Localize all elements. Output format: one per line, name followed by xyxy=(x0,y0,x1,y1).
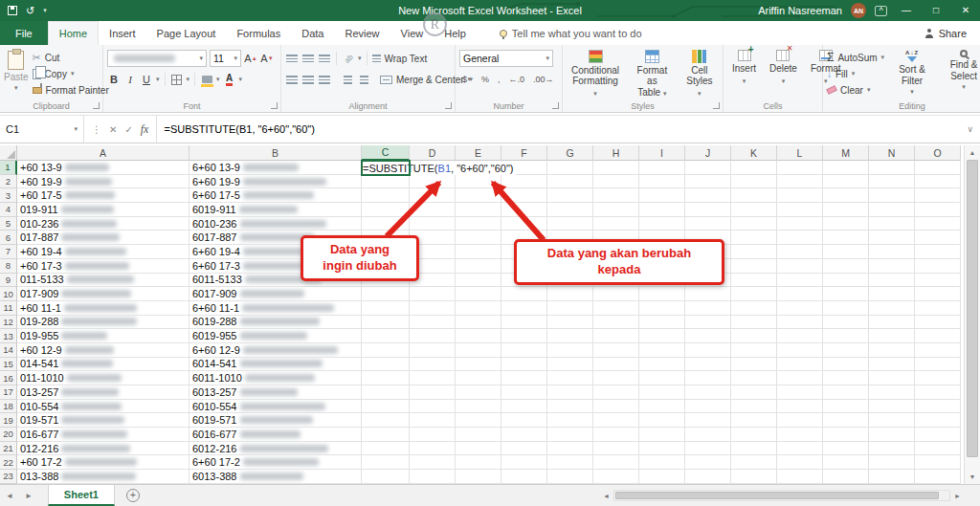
cell-A17[interactable]: 013-257 xyxy=(17,385,189,400)
underline-button[interactable]: U xyxy=(140,72,153,87)
cell-I11[interactable] xyxy=(639,301,685,316)
cell-J18[interactable] xyxy=(685,400,731,414)
cell-A7[interactable]: +60 19-4 xyxy=(17,245,189,259)
cell-K22[interactable] xyxy=(731,455,777,470)
bottom-align-button[interactable] xyxy=(318,51,331,66)
cell-A22[interactable]: +60 17-2 xyxy=(17,455,189,470)
cell-I1[interactable] xyxy=(639,161,685,175)
cell-J2[interactable] xyxy=(685,175,731,189)
cell-O9[interactable] xyxy=(915,274,961,288)
cell-M6[interactable] xyxy=(823,231,869,245)
cell-G10[interactable] xyxy=(547,287,593,301)
cell-N2[interactable] xyxy=(869,175,915,189)
cell-N6[interactable] xyxy=(869,231,915,245)
cell-O11[interactable] xyxy=(915,301,961,316)
cell-K23[interactable] xyxy=(731,470,777,484)
cell-E3[interactable] xyxy=(456,188,501,203)
cell-K14[interactable] xyxy=(731,343,777,358)
cell-I5[interactable] xyxy=(639,217,685,231)
cell-M2[interactable] xyxy=(823,175,869,189)
copy-button[interactable]: Copy ▾ xyxy=(33,66,109,81)
column-header-L[interactable]: L xyxy=(777,145,823,161)
sheet-tab-sheet1[interactable]: Sheet1 xyxy=(48,485,115,506)
cell-N9[interactable] xyxy=(869,274,915,288)
decrease-font-size-button[interactable]: A▼ xyxy=(260,51,274,66)
active-cell-formula[interactable]: =SUBSTITUTE(B1, "6+60","60") xyxy=(363,162,516,175)
cell-L8[interactable] xyxy=(777,259,823,274)
center-button[interactable] xyxy=(301,72,315,87)
conditional-formatting-button[interactable]: ConditionalFormatting ▾ xyxy=(567,48,624,99)
cell-K9[interactable] xyxy=(731,274,777,288)
column-header-E[interactable]: E xyxy=(456,145,501,161)
cell-O14[interactable] xyxy=(915,343,961,358)
cell-I12[interactable] xyxy=(639,316,685,330)
sheet-nav-left-icon[interactable]: ◄ xyxy=(0,492,19,500)
cell-N8[interactable] xyxy=(869,259,915,274)
cell-K3[interactable] xyxy=(731,188,777,203)
tab-home[interactable]: Home xyxy=(48,21,99,45)
cell-M19[interactable] xyxy=(823,413,869,428)
cell-G17[interactable] xyxy=(547,385,593,400)
cell-F12[interactable] xyxy=(501,316,547,330)
cell-M3[interactable] xyxy=(823,188,869,203)
cell-N14[interactable] xyxy=(869,343,915,358)
cell-M4[interactable] xyxy=(823,203,869,217)
fill-color-button[interactable] xyxy=(200,72,213,87)
number-format-select[interactable]: General ▾ xyxy=(459,50,553,67)
cell-F11[interactable] xyxy=(501,301,547,316)
cell-C11[interactable] xyxy=(362,301,410,316)
cell-K19[interactable] xyxy=(731,413,777,428)
cell-I2[interactable] xyxy=(639,175,685,189)
cell-D17[interactable] xyxy=(410,385,456,400)
cell-I21[interactable] xyxy=(639,442,685,456)
cell-B22[interactable]: 6+60 17-2 xyxy=(189,455,362,470)
cell-N21[interactable] xyxy=(869,442,915,456)
row-header-5[interactable]: 5 xyxy=(0,217,17,231)
cell-C15[interactable] xyxy=(362,358,410,372)
cell-I22[interactable] xyxy=(639,455,685,470)
row-header-9[interactable]: 9 xyxy=(0,274,17,288)
cell-M16[interactable] xyxy=(823,371,869,385)
row-header-20[interactable]: 20 xyxy=(0,428,17,442)
cell-K1[interactable] xyxy=(731,161,777,175)
cell-G1[interactable] xyxy=(547,161,593,175)
cell-F13[interactable] xyxy=(501,329,547,343)
cell-M14[interactable] xyxy=(823,343,869,358)
cell-E5[interactable] xyxy=(456,217,501,231)
cell-O22[interactable] xyxy=(915,455,961,470)
cell-O21[interactable] xyxy=(915,442,961,456)
cell-B21[interactable]: 6012-216 xyxy=(189,442,362,456)
cell-A21[interactable]: 012-216 xyxy=(17,442,189,456)
cell-A12[interactable]: 019-288 xyxy=(17,316,189,330)
cell-I10[interactable] xyxy=(639,287,685,301)
row-header-7[interactable]: 7 xyxy=(0,245,17,259)
cell-F17[interactable] xyxy=(501,385,547,400)
cell-A18[interactable]: 010-554 xyxy=(17,400,189,414)
paste-button[interactable]: Paste ▾ xyxy=(4,48,29,99)
cell-A15[interactable]: 014-541 xyxy=(17,358,189,372)
format-painter-button[interactable]: Format Painter xyxy=(33,82,109,98)
close-button[interactable]: ✕ xyxy=(955,0,976,21)
cell-C3[interactable] xyxy=(362,188,410,203)
font-size-dropdown-arrow[interactable]: ▾ xyxy=(234,55,237,62)
cell-O19[interactable] xyxy=(915,413,961,428)
row-header-13[interactable]: 13 xyxy=(0,329,17,343)
cell-C2[interactable] xyxy=(362,175,410,189)
column-header-J[interactable]: J xyxy=(685,145,731,161)
paste-dropdown-arrow[interactable]: ▾ xyxy=(14,84,18,92)
cell-D2[interactable] xyxy=(410,175,456,189)
align-left-button[interactable] xyxy=(285,72,299,87)
column-header-G[interactable]: G xyxy=(547,145,593,161)
cell-H10[interactable] xyxy=(593,287,639,301)
cell-O8[interactable] xyxy=(915,259,961,274)
number-format-dropdown-arrow[interactable]: ▾ xyxy=(546,55,549,62)
cell-J4[interactable] xyxy=(685,203,731,217)
row-header-6[interactable]: 6 xyxy=(0,231,17,245)
middle-align-button[interactable] xyxy=(301,51,315,66)
cell-H2[interactable] xyxy=(593,175,639,189)
italic-button[interactable]: I xyxy=(123,72,137,87)
cell-L22[interactable] xyxy=(777,455,823,470)
cell-E10[interactable] xyxy=(456,287,501,301)
name-box-dropdown-arrow[interactable]: ▾ xyxy=(74,125,78,133)
cell-N7[interactable] xyxy=(869,245,915,259)
